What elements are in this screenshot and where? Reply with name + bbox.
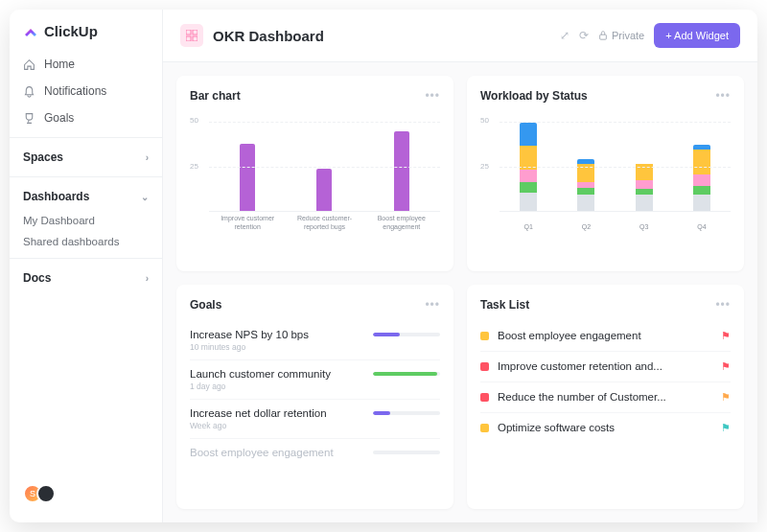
stacked-bar xyxy=(636,164,653,211)
card-title: Goals xyxy=(190,298,221,312)
presence-avatars[interactable]: S xyxy=(10,474,162,513)
segment xyxy=(636,164,653,180)
more-icon[interactable]: ••• xyxy=(425,298,440,312)
more-icon[interactable]: ••• xyxy=(715,89,731,103)
bell-icon xyxy=(23,85,35,98)
section-label: Docs xyxy=(23,271,51,285)
home-icon xyxy=(23,58,35,71)
chevron-right-icon: › xyxy=(146,273,149,284)
segment xyxy=(577,164,594,182)
goal-row[interactable]: Increase net dollar retentionWeek ago xyxy=(190,400,440,439)
card-goals: Goals ••• Increase NPS by 10 bps10 minut… xyxy=(176,285,453,510)
bar xyxy=(394,131,409,211)
svg-rect-0 xyxy=(186,30,191,35)
sidebar-sub-my-dashboard[interactable]: My Dashboard xyxy=(10,210,162,231)
refresh-icon[interactable]: ⟳ xyxy=(579,29,589,42)
card-title: Bar chart xyxy=(190,89,241,103)
more-icon[interactable]: ••• xyxy=(715,298,731,312)
stacked-bar xyxy=(577,159,594,211)
status-square xyxy=(480,393,489,402)
flag-icon: ⚑ xyxy=(721,330,731,342)
add-widget-button[interactable]: + Add Widget xyxy=(654,23,740,48)
sidebar-item-home[interactable]: Home xyxy=(10,51,162,78)
y-tick: 25 xyxy=(190,162,198,171)
goal-name: Increase net dollar retention xyxy=(190,407,327,419)
more-icon[interactable]: ••• xyxy=(425,89,440,103)
task-row[interactable]: Optimize software costs⚑ xyxy=(480,413,731,443)
goal-name: Launch customer community xyxy=(190,368,331,380)
bar-chart: 50 25 Improve customer retentionReduce c… xyxy=(190,112,440,227)
avatar[interactable] xyxy=(36,484,56,503)
main: OKR Dashboard ⤢ ⟳ Private + Add Widget B… xyxy=(163,10,757,522)
x-label: Q2 xyxy=(557,223,615,231)
section-label: Spaces xyxy=(23,150,63,164)
goal-time: 10 minutes ago xyxy=(190,342,440,352)
divider xyxy=(10,176,162,177)
status-square xyxy=(480,332,489,340)
y-tick: 50 xyxy=(480,116,489,125)
goal-row[interactable]: Boost employee engagement xyxy=(190,439,440,466)
lock-icon xyxy=(598,31,608,40)
sidebar-section-dashboards[interactable]: Dashboards ⌄ xyxy=(10,183,162,210)
clickup-icon xyxy=(23,24,38,39)
segment xyxy=(693,174,710,185)
dashboard-icon xyxy=(180,24,203,47)
goal-name: Increase NPS by 10 bps xyxy=(190,329,309,340)
segment xyxy=(577,188,594,196)
app-window: ClickUp Home Notifications Goals Spaces … xyxy=(10,10,757,522)
header: OKR Dashboard ⤢ ⟳ Private + Add Widget xyxy=(163,10,757,62)
task-row[interactable]: Reduce the number of Customer...⚑ xyxy=(480,382,731,413)
segment xyxy=(636,180,653,189)
segment xyxy=(520,182,537,193)
task-row[interactable]: Improve customer retention and...⚑ xyxy=(480,352,731,382)
segment xyxy=(520,146,537,169)
privacy-label: Private xyxy=(612,30,644,41)
brand-logo[interactable]: ClickUp xyxy=(10,23,162,51)
card-bar-chart: Bar chart ••• 50 25 Improve customer ret… xyxy=(176,76,453,271)
flag-icon: ⚑ xyxy=(721,422,731,434)
sidebar-sub-label: Shared dashboards xyxy=(23,236,119,247)
sidebar-item-label: Home xyxy=(44,58,75,71)
segment xyxy=(520,123,537,146)
card-title: Task List xyxy=(480,298,529,312)
sidebar-section-docs[interactable]: Docs › xyxy=(10,265,162,291)
card-title: Workload by Status xyxy=(480,89,588,103)
segment xyxy=(577,195,594,211)
sidebar-item-notifications[interactable]: Notifications xyxy=(10,78,162,104)
divider xyxy=(10,258,162,259)
sidebar-sub-shared-dashboards[interactable]: Shared dashboards xyxy=(10,231,162,252)
chevron-right-icon: › xyxy=(146,152,149,163)
goal-row[interactable]: Increase NPS by 10 bps10 minutes ago xyxy=(190,321,440,360)
sidebar-item-goals[interactable]: Goals xyxy=(10,104,162,131)
svg-rect-4 xyxy=(600,35,607,39)
stacked-bar xyxy=(520,123,537,211)
svg-rect-3 xyxy=(193,36,198,41)
x-label: Q3 xyxy=(616,223,673,231)
segment xyxy=(693,195,710,211)
segment xyxy=(520,170,537,182)
page-title: OKR Dashboard xyxy=(213,28,550,44)
sidebar-section-spaces[interactable]: Spaces › xyxy=(10,144,162,171)
sidebar-item-label: Notifications xyxy=(44,84,106,98)
goal-time: 1 day ago xyxy=(190,382,440,391)
x-label: Q4 xyxy=(673,223,731,231)
privacy-toggle[interactable]: Private xyxy=(598,30,644,41)
flag-icon: ⚑ xyxy=(721,391,731,404)
progress-bar xyxy=(373,372,440,376)
bar xyxy=(240,144,255,211)
progress-bar xyxy=(373,333,440,336)
svg-rect-2 xyxy=(186,36,191,41)
task-name: Reduce the number of Customer... xyxy=(498,391,666,403)
task-row[interactable]: Boost employee engagement⚑ xyxy=(480,321,731,352)
goal-row[interactable]: Launch customer community1 day ago xyxy=(190,360,440,400)
expand-icon[interactable]: ⤢ xyxy=(560,29,569,42)
x-label: Improve customer retention xyxy=(219,215,276,231)
stacked-bar xyxy=(693,145,710,212)
svg-rect-1 xyxy=(193,30,198,35)
y-tick: 25 xyxy=(480,162,489,171)
trophy-icon xyxy=(23,112,35,125)
segment xyxy=(693,150,710,174)
chevron-down-icon: ⌄ xyxy=(141,192,149,202)
segment xyxy=(636,195,653,211)
brand-name: ClickUp xyxy=(44,23,98,39)
